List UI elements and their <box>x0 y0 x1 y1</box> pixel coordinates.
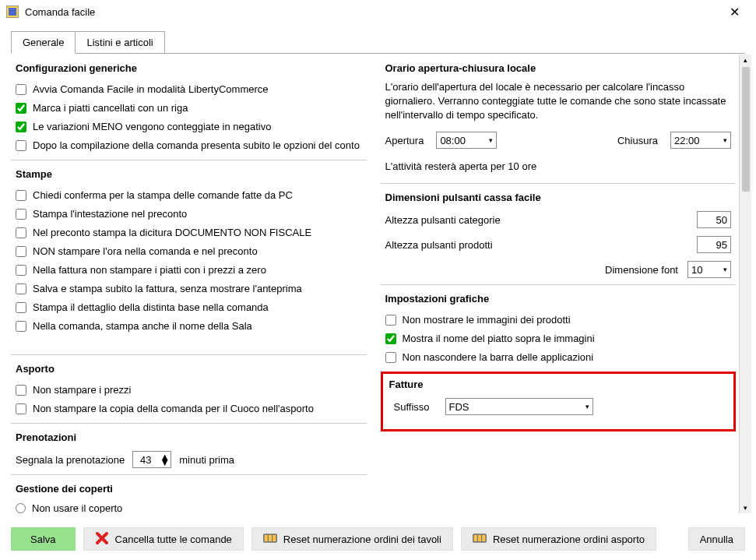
radio-coperto-input[interactable] <box>16 503 26 513</box>
cb-meno-input[interactable] <box>16 122 26 132</box>
scroll-up-arrow-icon[interactable]: ▴ <box>744 55 747 65</box>
dim-cat-input[interactable] <box>697 211 731 228</box>
cb-s4[interactable]: NON stampare l'ora nella comanda e nel p… <box>11 242 367 261</box>
pren-spinner-input[interactable] <box>133 453 158 467</box>
dim-prod-input[interactable] <box>697 236 731 253</box>
dim-font-label: Dimensione font <box>605 264 678 276</box>
svg-rect-7 <box>474 534 477 541</box>
reset-asporto-button[interactable]: Reset numerazione ordini asporto <box>461 527 656 551</box>
cb-s7-input[interactable] <box>16 302 26 313</box>
chevron-down-icon: ▾ <box>723 136 727 144</box>
chiusura-value: 22:00 <box>674 135 700 146</box>
radio-coperto-label: Non usare il coperto <box>32 502 122 513</box>
save-button[interactable]: Salva <box>11 527 76 551</box>
spinner-arrows[interactable]: ▲▼ <box>158 454 171 465</box>
cb-a1[interactable]: Non stampare i prezzi <box>11 381 367 400</box>
chiusura-combo[interactable]: 22:00▾ <box>670 132 731 149</box>
tab-listini[interactable]: Listini e articoli <box>76 31 164 54</box>
cb-s8[interactable]: Nella comanda, stampa anche il nome dell… <box>11 317 367 336</box>
cb-s7-label: Stampa il dettaglio della distinta base … <box>33 300 269 315</box>
dim-font-combo[interactable]: 10▾ <box>687 261 731 278</box>
cb-marca[interactable]: Marca i piatti cancellati con un riga <box>11 99 367 118</box>
cb-meno[interactable]: Le variazioni MENO vengono conteggiate i… <box>11 118 367 136</box>
fatture-title: Fatture <box>389 379 728 390</box>
close-button[interactable]: ✕ <box>719 5 750 19</box>
vertical-scrollbar[interactable]: ▴ ▾ <box>739 55 751 513</box>
cb-g3-input[interactable] <box>385 352 396 363</box>
cb-s6-label: Salva e stampa subito la fattura, senza … <box>33 281 302 297</box>
cb-s5[interactable]: Nella fattura non stampare i piatti con … <box>11 261 367 280</box>
save-button-label: Salva <box>30 534 56 545</box>
orario-note: L'attività resterà aperta per 10 ore <box>381 160 737 174</box>
cb-s6-input[interactable] <box>16 284 26 294</box>
cb-a1-input[interactable] <box>16 385 26 396</box>
cb-a2[interactable]: Non stampare la copia della comanda per … <box>11 400 367 418</box>
cb-marca-input[interactable] <box>16 103 26 114</box>
cb-g3[interactable]: Non nascondere la barra delle applicazio… <box>381 348 737 367</box>
orario-desc: L'orario dell'apertura del locale è nece… <box>381 80 737 122</box>
cb-g2-input[interactable] <box>385 333 396 344</box>
scroll-thumb[interactable] <box>742 67 750 192</box>
tabs: Generale Listini e articoli <box>11 31 756 54</box>
cb-s7[interactable]: Stampa il dettaglio della distinta base … <box>11 298 367 317</box>
svg-rect-8 <box>478 534 481 541</box>
asporto-title: Asporto <box>16 363 367 375</box>
cb-avvia-label: Avvia Comanda Facile in modalità Liberty… <box>33 82 269 97</box>
stampe-title: Stampe <box>16 168 367 180</box>
window-title: Comanda facile <box>25 6 719 18</box>
cb-avvia-input[interactable] <box>16 84 26 95</box>
app-icon <box>6 5 19 18</box>
suffisso-combo[interactable]: FDS▾ <box>445 398 593 415</box>
cb-g1[interactable]: Non mostrare le immagini dei prodotti <box>381 311 737 329</box>
cb-s3[interactable]: Nel preconto stampa la dicitura DOCUMENT… <box>11 224 367 242</box>
button-bar: Salva Cancella tutte le comande Reset nu… <box>11 527 745 551</box>
tab-generale[interactable]: Generale <box>11 31 76 54</box>
cb-g1-label: Non mostrare le immagini dei prodotti <box>403 312 571 328</box>
cb-g2[interactable]: Mostra il nome del piatto sopra le immag… <box>381 329 737 348</box>
coperti-title: Gestione dei coperti <box>16 483 367 495</box>
reset-tavoli-button[interactable]: Reset numerazione ordini dei tavoli <box>251 527 453 551</box>
cb-s1-input[interactable] <box>16 190 26 201</box>
cb-s5-input[interactable] <box>16 265 26 276</box>
cancel-all-button[interactable]: Cancella tutte le comande <box>83 527 244 551</box>
delete-icon <box>95 531 109 548</box>
cb-g2-label: Mostra il nome del piatto sopra le immag… <box>403 331 595 347</box>
cb-s4-input[interactable] <box>16 246 26 257</box>
cb-avvia[interactable]: Avvia Comanda Facile in modalità Liberty… <box>11 80 367 99</box>
cb-s2[interactable]: Stampa l'intestazione nel preconto <box>11 205 367 224</box>
cb-g3-label: Non nascondere la barra delle applicazio… <box>403 350 594 365</box>
right-column: Orario apertura-chiusura locale L'orario… <box>381 55 752 513</box>
cb-g1-input[interactable] <box>385 315 396 326</box>
apertura-combo[interactable]: 08:00▾ <box>436 132 497 149</box>
cb-dopo-input[interactable] <box>16 140 26 151</box>
cb-s2-input[interactable] <box>16 209 26 220</box>
suffisso-label: Suffisso <box>394 401 430 413</box>
annulla-button[interactable]: Annulla <box>688 527 745 551</box>
cb-s1-label: Chiedi conferma per la stampa delle coma… <box>33 188 293 203</box>
cb-s2-label: Stampa l'intestazione nel preconto <box>33 206 187 222</box>
svg-rect-5 <box>273 534 276 541</box>
prenotazioni-title: Prenotazioni <box>16 431 367 443</box>
radio-coperto[interactable]: Non usare il coperto <box>11 501 367 513</box>
scroll-down-arrow-icon[interactable]: ▾ <box>744 502 747 513</box>
pren-post-label: minuti prima <box>179 454 234 466</box>
reset-asporto-label: Reset numerazione ordini asporto <box>493 534 645 545</box>
cb-a2-input[interactable] <box>16 403 26 414</box>
cb-s1[interactable]: Chiedi conferma per la stampa delle coma… <box>11 186 367 205</box>
suffisso-value: FDS <box>449 401 469 413</box>
svg-rect-3 <box>264 534 267 541</box>
chevron-down-icon: ▾ <box>723 266 727 273</box>
pren-pre-label: Segnala la prenotazione <box>16 454 125 466</box>
graf-title: Impostazioni grafiche <box>385 293 737 305</box>
reset-tavoli-label: Reset numerazione ordini dei tavoli <box>283 534 441 545</box>
apertura-label: Apertura <box>385 135 424 146</box>
orario-row: Apertura 08:00▾ Chiusura 22:00▾ <box>381 132 737 149</box>
cb-s6[interactable]: Salva e stampa subito la fattura, senza … <box>11 280 367 298</box>
cb-s8-input[interactable] <box>16 321 26 332</box>
cancel-all-label: Cancella tutte le comande <box>115 534 232 545</box>
pren-spinner[interactable]: ▲▼ <box>132 451 171 468</box>
cb-s3-input[interactable] <box>16 227 26 238</box>
cb-dopo[interactable]: Dopo la compilazione della comanda prese… <box>11 136 367 155</box>
cb-s4-label: NON stampare l'ora nella comanda e nel p… <box>33 244 258 259</box>
svg-rect-4 <box>269 534 272 541</box>
